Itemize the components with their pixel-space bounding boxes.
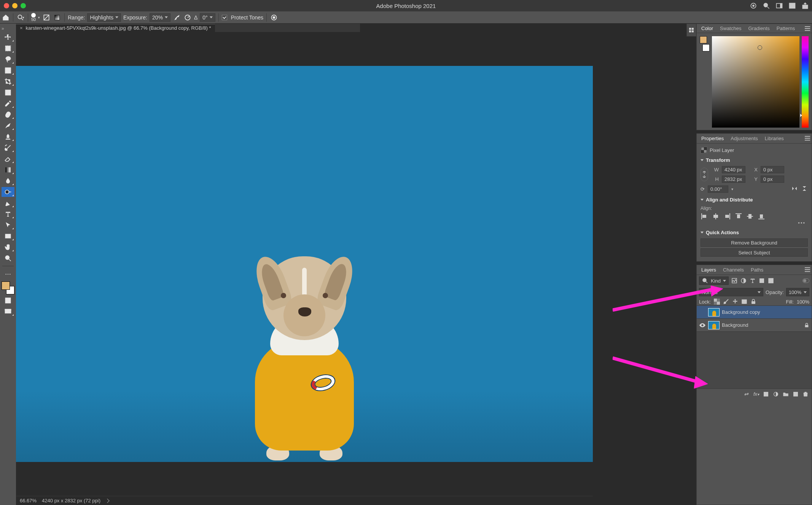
layer-thumbnail[interactable] [708,321,720,329]
status-zoom[interactable]: 66.67% [20,498,37,503]
path-select-tool[interactable] [2,220,14,230]
tab-patterns[interactable]: Patterns [774,24,798,33]
new-layer-icon[interactable] [793,391,799,397]
cloud-sync-icon[interactable] [750,2,757,10]
fx-icon[interactable]: fx▾ [753,391,759,397]
tablet-pressure-icon[interactable] [270,13,278,22]
lock-all-icon[interactable] [750,299,756,305]
adjustment-filter-icon[interactable] [740,277,747,284]
pen-tool[interactable] [2,198,14,208]
lock-position-icon[interactable] [732,299,738,305]
align-top-icon[interactable] [735,213,742,220]
window-minimize[interactable] [12,3,18,8]
eyedropper-tool[interactable] [2,99,14,109]
align-left-icon[interactable] [701,213,708,220]
gradient-preview[interactable] [53,13,61,22]
trash-icon[interactable] [802,391,809,397]
airbrush-icon[interactable] [173,13,181,22]
screenmode-icon[interactable] [2,307,14,316]
frame-tool[interactable] [2,88,14,97]
dodge-tool[interactable] [2,187,14,197]
window-zoom[interactable] [21,3,26,8]
adjustment-layer-icon[interactable] [773,391,779,397]
mask-icon[interactable] [763,391,769,397]
tab-close-icon[interactable]: × [20,25,23,31]
window-close[interactable] [4,3,9,8]
transform-y-input[interactable]: 0 px [761,176,784,183]
tab-color[interactable]: Color [698,24,716,33]
layer-name[interactable]: Background [722,322,748,328]
foreground-background-swatch[interactable] [2,281,14,294]
canvas-area[interactable] [16,32,593,496]
share-icon[interactable] [801,2,809,10]
align-bottom-icon[interactable] [758,213,765,220]
fill-input[interactable]: 100% [797,299,809,305]
status-flyout-icon[interactable] [105,499,109,503]
panel-menu-icon[interactable] [805,136,810,141]
color-field[interactable] [712,36,799,128]
flip-horizontal-icon[interactable] [791,185,798,193]
brush-settings-icon[interactable] [42,13,51,22]
group-icon[interactable] [783,391,789,397]
tab-properties[interactable]: Properties [698,134,727,143]
transform-w-input[interactable]: 4240 px [722,166,745,173]
tool-preset-picker[interactable]: ▾ [16,13,25,22]
workspace-icon[interactable] [775,2,783,10]
status-dimensions[interactable]: 4240 px x 2832 px (72 ppi) [42,498,100,503]
shape-filter-icon[interactable] [758,277,765,284]
image-filter-icon[interactable] [731,277,738,284]
healing-brush-tool[interactable] [2,110,14,120]
edit-toolbar-icon[interactable]: ⋯ [2,269,14,279]
tab-paths[interactable]: Paths [748,265,766,274]
smartobj-filter-icon[interactable] [767,277,774,284]
eraser-tool[interactable] [2,154,14,164]
tab-channels[interactable]: Channels [720,265,747,274]
brush-preset-picker[interactable]: 50 [31,13,36,22]
align-vcenter-icon[interactable] [746,213,754,220]
rect-marquee-tool[interactable] [2,43,14,53]
transform-section-header[interactable]: Transform [701,157,808,163]
select-subject-button[interactable]: Select Subject [701,248,808,257]
quickmask-icon[interactable] [2,296,14,305]
remove-background-button[interactable]: Remove Background [701,238,808,247]
layers-empty-area[interactable] [697,331,812,388]
document-canvas[interactable] [16,66,593,462]
panel-menu-icon[interactable] [805,26,810,31]
arrange-icon[interactable] [788,2,796,10]
flip-vertical-icon[interactable] [801,185,808,193]
lock-image-icon[interactable] [723,299,729,305]
hue-slider[interactable] [802,36,809,128]
hand-tool[interactable] [2,242,14,252]
history-brush-tool[interactable] [2,143,14,153]
range-dropdown[interactable]: Highlights [87,13,121,22]
filter-toggle-icon[interactable] [802,278,809,283]
crop-tool[interactable] [2,77,14,86]
tab-swatches[interactable]: Swatches [717,24,744,33]
tab-adjustments[interactable]: Adjustments [728,134,761,143]
collapsed-panel-dock[interactable] [686,24,696,37]
layer-row-background[interactable]: Background [697,318,812,331]
layer-name[interactable]: Background copy [722,309,760,315]
link-wh-icon[interactable] [701,168,708,181]
lock-artboard-icon[interactable] [741,299,747,305]
color-panel-swatches[interactable] [700,36,710,51]
angle-input[interactable]: 0° [200,13,215,22]
foreground-color-swatch[interactable] [2,281,10,290]
tab-gradients[interactable]: Gradients [745,24,772,33]
more-options-icon[interactable]: ••• [701,220,808,226]
object-select-tool[interactable] [2,66,14,75]
opacity-input[interactable]: 100% [786,288,809,296]
transform-h-input[interactable]: 2832 px [722,176,745,183]
lasso-tool[interactable] [2,54,14,64]
layer-visibility-toggle[interactable] [699,323,706,328]
tab-libraries[interactable]: Libraries [762,134,787,143]
protect-tones-checkbox[interactable] [222,15,227,20]
align-right-icon[interactable] [723,213,731,220]
angle-icon[interactable] [183,13,192,22]
blur-tool[interactable] [2,176,14,186]
panel-menu-icon[interactable] [805,267,810,272]
zoom-tool[interactable] [2,253,14,263]
transform-x-input[interactable]: 0 px [761,166,784,173]
layer-thumbnail[interactable] [708,308,720,316]
type-filter-icon[interactable] [749,277,756,284]
